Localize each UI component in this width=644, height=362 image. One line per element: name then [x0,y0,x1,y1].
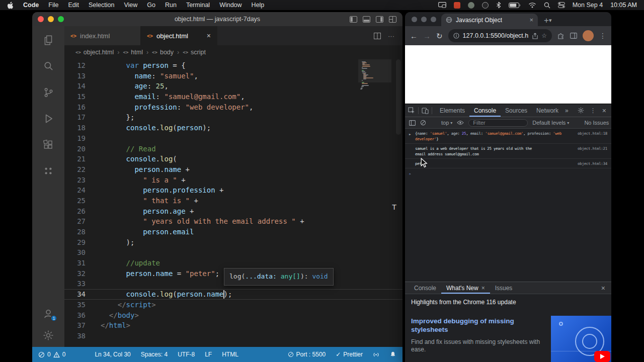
code-line[interactable]: 31 //update [64,258,403,268]
devtools-tab-console[interactable]: Console [469,104,501,117]
code-line[interactable]: 25 " that is " + [64,196,403,206]
code-line[interactable]: 14 age: 25, [64,81,403,92]
run-debug-icon[interactable] [42,113,54,125]
back-button[interactable]: ← [410,32,418,40]
dark-app-icon[interactable] [482,2,489,9]
chrome-menu-icon[interactable]: ⋮ [599,32,606,40]
menu-window[interactable]: Window [219,2,242,9]
menu-run[interactable]: Run [165,2,177,9]
context-selector[interactable]: top▾ [441,120,452,126]
console-sidebar-icon[interactable] [409,120,416,126]
zoom-window-button[interactable] [58,16,64,22]
notifications-bell-icon[interactable] [389,351,396,358]
code-line[interactable]: 26 person.age + [64,206,403,217]
bookmark-star-icon[interactable]: ☆ [541,32,547,39]
code-line[interactable]: 19 [64,133,403,144]
devtools-tab-network[interactable]: Network [532,104,563,117]
device-toolbar-icon[interactable] [422,107,429,114]
code-line[interactable]: 13 name: "samuel", [64,71,403,81]
settings-gear-icon[interactable] [43,330,54,341]
green-app-icon[interactable] [468,2,474,9]
share-icon[interactable] [532,33,538,39]
clear-console-icon[interactable] [420,120,426,126]
devtools-tab-elements[interactable]: Elements [435,104,469,117]
apple-menu-icon[interactable] [7,2,14,9]
toggle-secondary-sidebar-icon[interactable] [376,16,383,23]
extensions-puzzle-icon[interactable] [557,32,565,39]
devtools-tab-sources[interactable]: Sources [501,104,532,117]
breadcrumb-item-body[interactable]: <>body [152,49,174,56]
drawer-tab-console[interactable]: Console [409,282,441,294]
inspect-element-icon[interactable] [408,107,415,114]
problems-indicator[interactable]: 0 0 [38,351,65,358]
menu-help[interactable]: Help [252,2,265,9]
devtools-close-icon[interactable]: × [602,107,606,115]
explorer-icon[interactable] [42,34,54,46]
more-panels-icon[interactable]: » [563,107,571,114]
youtube-play-icon[interactable] [594,351,610,362]
more-actions-icon[interactable]: ··· [388,32,394,40]
page-content[interactable] [405,45,611,104]
menu-terminal[interactable]: Terminal [186,2,210,9]
wifi-icon[interactable] [528,2,536,8]
code-line[interactable]: 28 person.email [64,227,403,237]
spotlight-search-icon[interactable] [544,2,550,9]
indentation-indicator[interactable]: Spaces: 4 [141,351,168,358]
menubar-clock[interactable]: 10:05 AM [610,2,637,9]
side-panel-icon[interactable] [570,33,577,39]
menu-view[interactable]: View [124,2,137,9]
live-expression-eye-icon[interactable] [457,120,464,125]
close-icon[interactable]: × [481,285,485,292]
encoding-indicator[interactable]: UTF-8 [178,351,195,358]
eol-indicator[interactable]: LF [205,351,212,358]
browser-tab[interactable]: Javascript Object × [441,14,538,26]
video-thumbnail[interactable] [551,316,611,362]
drawer-close-icon[interactable]: × [601,284,607,292]
source-link[interactable]: object.html:18 [578,131,607,136]
breadcrumb-item-html[interactable]: <>html [123,49,142,56]
code-line[interactable]: 18 console.log(person); [64,123,403,133]
code-line[interactable]: 15 email: "samuel@gmail.com", [64,92,403,102]
reload-button[interactable]: ↻ [436,32,443,40]
source-link[interactable]: object.html:34 [578,161,607,166]
code-line[interactable]: 16 profession: "web developer", [64,102,403,113]
recorder-app-icon[interactable] [454,2,460,9]
search-icon[interactable] [42,60,54,72]
code-line[interactable]: 23 " is a " + [64,175,403,186]
breadcrumb-item-object.html[interactable]: <>object.html [75,49,114,56]
minimize-window-button[interactable] [48,16,54,22]
code-line[interactable]: 30 [64,247,403,258]
console-filter-input[interactable] [468,119,528,127]
bluetooth-icon[interactable] [496,2,501,9]
source-link[interactable]: object.html:21 [578,146,607,151]
whats-new-article-title[interactable]: Improved debugging of missing stylesheet… [411,317,548,334]
editor-tab-index.html[interactable]: <>index.html [64,26,141,45]
split-editor-icon[interactable] [374,33,381,39]
devtools-settings-gear-icon[interactable] [578,107,584,114]
menu-edit[interactable]: Edit [68,2,79,9]
devtools-menu-icon[interactable]: ⋮ [590,107,596,114]
language-mode-indicator[interactable]: HTML [222,351,238,358]
console-prompt-row[interactable]: > [405,168,611,172]
code-line[interactable]: 22 person.name + [64,164,403,175]
source-control-icon[interactable] [42,86,54,99]
tab-search-icon[interactable]: ▾ [549,17,552,24]
code-line[interactable]: 20 // Read [64,144,403,154]
code-line[interactable]: 29 ); [64,237,403,248]
close-window-button[interactable] [38,16,44,22]
site-info-icon[interactable] [453,33,459,39]
live-preview-icon[interactable] [42,165,54,177]
minimize-window-button[interactable] [421,17,427,22]
prettier-indicator[interactable]: ✓ Prettier [336,351,363,358]
feedback-icon[interactable] [373,351,379,358]
control-center-icon[interactable] [558,2,565,8]
issues-counter[interactable]: No Issues [584,120,609,126]
address-bar[interactable]: 127.0.0.1:5500/object.h... ☆ [448,29,552,42]
menu-code[interactable]: Code [23,2,39,9]
code-line[interactable]: 17 }; [64,112,403,123]
code-line[interactable]: 27 " years old with the email address " … [64,216,403,227]
code-line[interactable]: 35 </script> [64,300,403,310]
menu-selection[interactable]: Selection [89,2,114,9]
drawer-tab-what-s-new[interactable]: What's New× [441,282,490,294]
code-line[interactable]: 24 person.profession + [64,185,403,196]
